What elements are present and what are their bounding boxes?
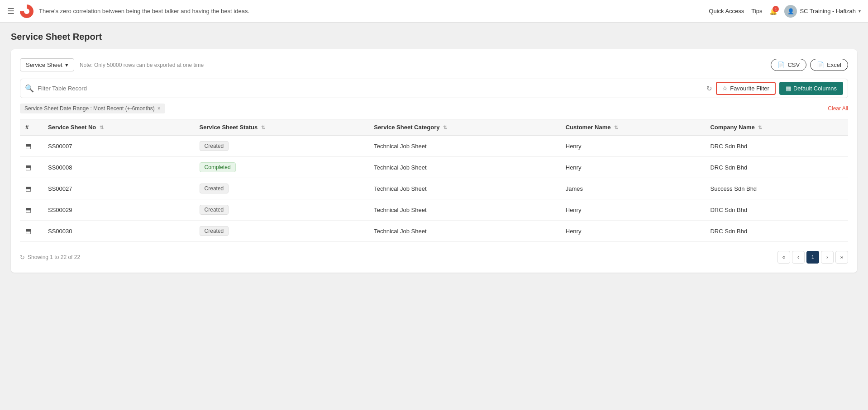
next-page-button[interactable]: › [821,251,834,264]
filter-tags-row: Service Sheet Date Range : Most Recent (… [20,104,848,113]
row-hash: ⬒ [20,221,43,242]
service-sheet-dropdown[interactable]: Service Sheet ▾ [20,58,74,71]
row-status: Created [194,199,369,221]
topnav-quote: There's zero correlation between being t… [39,8,249,14]
row-sheet-no: SS00007 [43,136,194,157]
default-columns-button[interactable]: ▦ Default Columns [779,82,843,95]
row-category: Technical Job Sheet [368,136,560,157]
row-hash: ⬒ [20,157,43,178]
filter-row: 🔍 ↻ ☆ Favourite Filter ▦ Default Columns [20,79,848,98]
col-service-sheet-status[interactable]: Service Sheet Status ⇅ [194,119,369,136]
refresh-small-icon[interactable]: ↻ [20,254,25,261]
open-external-icon[interactable]: ⬒ [25,142,31,150]
page-1-button[interactable]: 1 [806,251,819,264]
star-icon: ☆ [722,85,728,92]
row-category: Technical Job Sheet [368,199,560,221]
row-customer: Henry [560,136,705,157]
chevron-down-icon: ▾ [858,9,861,14]
user-name: SC Training - Hafizah [800,8,856,14]
status-badge: Created [200,141,229,151]
logo-icon [20,5,33,18]
pagination: « ‹ 1 › » [777,251,848,264]
table-wrapper: # Service Sheet No ⇅ Service Sheet Statu… [20,119,848,242]
row-company: DRC Sdn Bhd [705,199,848,221]
open-external-icon[interactable]: ⬒ [25,227,31,235]
columns-grid-icon: ▦ [786,85,791,92]
bell-icon[interactable]: 🔔 1 [769,8,777,15]
export-note: Note: Only 50000 rows can be exported at… [80,62,204,68]
row-hash: ⬒ [20,199,43,221]
tips-link[interactable]: Tips [751,8,762,14]
toolbar-row: Service Sheet ▾ Note: Only 50000 rows ca… [20,58,848,71]
col-service-sheet-category[interactable]: Service Sheet Category ⇅ [368,119,560,136]
row-status: Created [194,221,369,242]
sort-icon: ⇅ [100,125,104,130]
table-row: ⬒ SS00029 Created Technical Job Sheet He… [20,199,848,221]
status-badge: Created [200,184,229,193]
excel-export-button[interactable]: 📄 Excel [810,59,848,71]
hamburger-icon[interactable]: ☰ [7,6,14,16]
open-external-icon[interactable]: ⬒ [25,206,31,213]
excel-icon: 📄 [817,61,824,68]
table-row: ⬒ SS00007 Created Technical Job Sheet He… [20,136,848,157]
page-title: Service Sheet Report [11,32,857,42]
sort-icon: ⇅ [261,125,265,130]
clear-all-button[interactable]: Clear All [828,105,848,112]
sort-icon: ⇅ [758,125,762,130]
row-status: Completed [194,157,369,178]
col-company-name[interactable]: Company Name ⇅ [705,119,848,136]
row-company: DRC Sdn Bhd [705,136,848,157]
row-status: Created [194,136,369,157]
row-customer: Henry [560,157,705,178]
row-sheet-no: SS00030 [43,221,194,242]
row-customer: Henry [560,199,705,221]
csv-icon: 📄 [777,61,785,68]
row-hash: ⬒ [20,136,43,157]
row-company: DRC Sdn Bhd [705,221,848,242]
row-category: Technical Job Sheet [368,221,560,242]
refresh-icon[interactable]: ↻ [706,85,712,93]
row-sheet-no: SS00008 [43,157,194,178]
chevron-down-icon: ▾ [65,61,68,68]
row-customer: Henry [560,221,705,242]
prev-page-button[interactable]: ‹ [792,251,805,264]
status-badge: Created [200,226,229,236]
row-company: DRC Sdn Bhd [705,157,848,178]
main-card: Service Sheet ▾ Note: Only 50000 rows ca… [11,49,857,273]
sort-icon: ⇅ [443,125,447,130]
first-page-button[interactable]: « [777,251,790,264]
table-header: # Service Sheet No ⇅ Service Sheet Statu… [20,119,848,136]
quick-access-link[interactable]: Quick Access [709,8,744,14]
row-sheet-no: SS00027 [43,178,194,199]
tag-close-icon[interactable]: × [157,105,161,112]
search-icon: 🔍 [25,84,34,93]
col-service-sheet-no[interactable]: Service Sheet No ⇅ [43,119,194,136]
open-external-icon[interactable]: ⬒ [25,164,31,171]
search-input[interactable] [38,85,703,92]
last-page-button[interactable]: » [835,251,848,264]
row-customer: James [560,178,705,199]
status-badge: Created [200,205,229,215]
col-customer-name[interactable]: Customer Name ⇅ [560,119,705,136]
showing-text: ↻ Showing 1 to 22 of 22 [20,254,80,261]
row-sheet-no: SS00029 [43,199,194,221]
open-external-icon[interactable]: ⬒ [25,185,31,192]
table-row: ⬒ SS00030 Created Technical Job Sheet He… [20,221,848,242]
table-body: ⬒ SS00007 Created Technical Job Sheet He… [20,136,848,242]
user-menu[interactable]: 👤 SC Training - Hafizah ▾ [784,5,861,18]
row-category: Technical Job Sheet [368,157,560,178]
avatar: 👤 [784,5,797,18]
row-status: Created [194,178,369,199]
table-row: ⬒ SS00008 Completed Technical Job Sheet … [20,157,848,178]
table-footer: ↻ Showing 1 to 22 of 22 « ‹ 1 › » [20,247,848,264]
csv-export-button[interactable]: 📄 CSV [771,59,806,71]
page-content: Service Sheet Report Service Sheet ▾ Not… [0,23,868,282]
col-hash: # [20,119,43,136]
row-company: Success Sdn Bhd [705,178,848,199]
bell-badge: 1 [773,6,779,12]
row-category: Technical Job Sheet [368,178,560,199]
favourite-filter-button[interactable]: ☆ Favourite Filter [716,82,776,95]
data-table: # Service Sheet No ⇅ Service Sheet Statu… [20,119,848,242]
row-hash: ⬒ [20,178,43,199]
sort-icon: ⇅ [614,125,618,130]
